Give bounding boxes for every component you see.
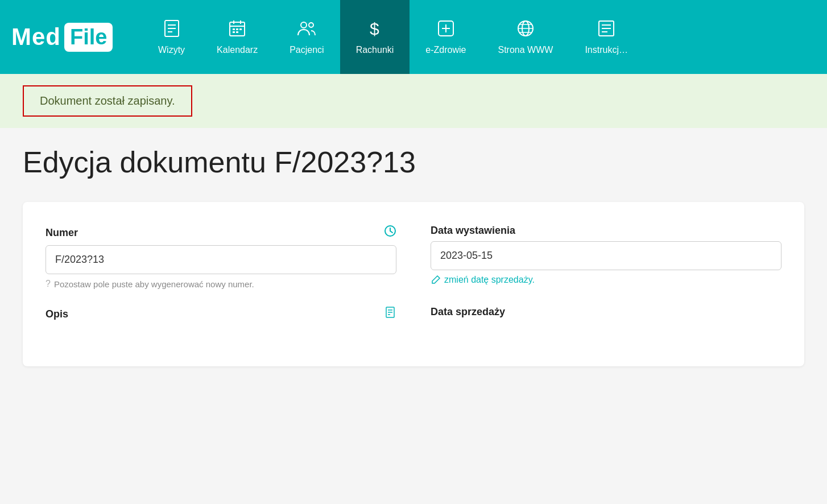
form-group-data-sprzedazy: Data sprzedaży [431,306,781,327]
zmien-date-text: zmień datę sprzedaży. [444,275,535,285]
navbar: Med File Wizyty [0,0,827,74]
wizyty-icon [163,19,181,40]
wizyty-label: Wizyty [158,45,185,55]
logo[interactable]: Med File [11,23,125,52]
strona-www-label: Strona WWW [498,45,553,55]
svg-text:$: $ [370,19,379,38]
numer-label-row: Numer [46,225,396,241]
success-message-text: Dokument został zapisany. [40,94,175,107]
numer-hint: ? Pozostaw pole puste aby wygenerować no… [46,279,396,289]
svg-rect-11 [233,31,235,33]
form-card: Numer ? Pozostaw pole puste aby wygenero… [23,202,804,366]
nav-item-instrukcje[interactable]: Instrukcj… [569,0,644,74]
nav-item-ezdrowie[interactable]: e-Zdrowie [410,0,482,74]
data-wystawienia-input[interactable] [431,241,781,270]
svg-point-13 [301,22,307,28]
data-wystawienia-label: Data wystawienia [431,225,515,237]
numer-label: Numer [46,227,78,239]
data-sprzedazy-label-row: Data sprzedaży [431,306,781,318]
ezdrowie-icon [437,19,455,40]
success-message-box: Dokument został zapisany. [23,85,192,117]
svg-rect-10 [239,28,242,30]
rachunki-icon: $ [367,19,383,40]
data-sprzedazy-label: Data sprzedaży [431,306,505,318]
form-group-data-wystawienia: Data wystawienia zmień datę sprzedaży. [431,225,781,289]
svg-line-30 [390,231,392,233]
zmien-date-link[interactable]: zmień datę sprzedaży. [431,275,781,285]
svg-rect-8 [233,28,235,30]
form-group-numer: Numer ? Pozostaw pole puste aby wygenero… [46,225,396,289]
nav-item-strona-www[interactable]: Strona WWW [482,0,569,74]
kalendarz-label: Kalendarz [217,45,258,55]
data-wystawienia-label-row: Data wystawienia [431,225,781,237]
clock-icon [384,225,396,241]
success-banner: Dokument został zapisany. [0,74,827,128]
nav-item-pacjenci[interactable]: Pacjenci [274,0,340,74]
pacjenci-icon [296,19,317,40]
kalendarz-icon [228,19,246,40]
nav-item-rachunki[interactable]: $ Rachunki [340,0,410,74]
instrukcje-icon [597,19,615,40]
svg-rect-9 [236,28,238,30]
svg-point-14 [309,23,313,27]
page-title: Edycja dokumentu F/2023?13 [23,145,804,179]
pacjenci-label: Pacjenci [290,45,324,55]
svg-rect-12 [236,31,238,33]
nav-items: Wizyty Kalendarz [142,0,816,74]
strona-www-icon [516,19,535,40]
nav-item-wizyty[interactable]: Wizyty [142,0,201,74]
form-row-2: Opis Data sprzedaży [46,306,781,327]
numer-input[interactable] [46,245,396,274]
form-row-1: Numer ? Pozostaw pole puste aby wygenero… [46,225,781,289]
opis-label-row: Opis [46,306,396,322]
instrukcje-label: Instrukcj… [585,45,628,55]
logo-file-text: File [70,25,107,49]
logo-med-text: Med [11,23,61,51]
numer-hint-text: Pozostaw pole puste aby wygenerować nowy… [54,279,254,289]
document-icon [384,306,396,322]
logo-file-box: File [64,23,113,52]
page-title-section: Edycja dokumentu F/2023?13 [0,128,827,191]
ezdrowie-label: e-Zdrowie [425,45,466,55]
question-icon: ? [46,279,51,289]
opis-label: Opis [46,308,68,320]
form-group-opis: Opis [46,306,396,327]
nav-item-kalendarz[interactable]: Kalendarz [201,0,274,74]
rachunki-label: Rachunki [356,45,394,55]
